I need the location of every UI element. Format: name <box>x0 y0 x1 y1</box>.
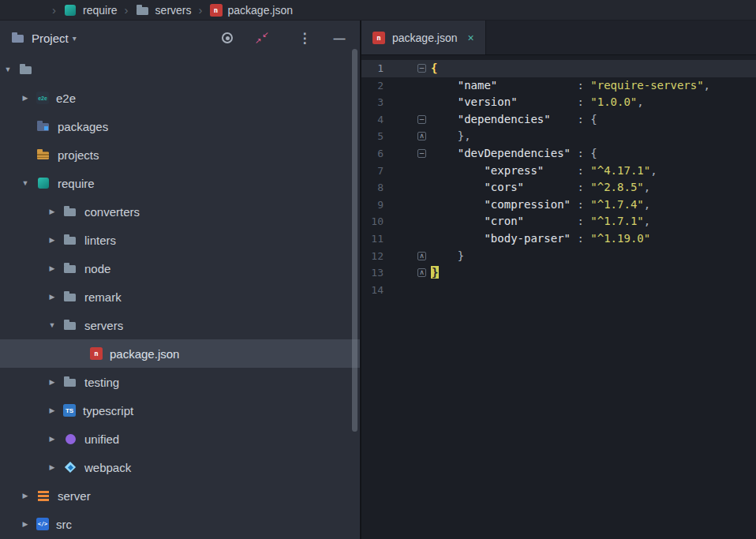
fold-end-icon[interactable]: ∧ <box>417 132 426 140</box>
fold-end-icon[interactable]: ∧ <box>417 268 426 277</box>
ide-window: › require › servers › n package.json Pro… <box>0 0 756 539</box>
tree-item-projects[interactable]: projects <box>0 140 360 169</box>
project-panel: Project ▾ ↙↗ ⋮ — ▼▶e2ee2epackagesproject… <box>0 21 361 539</box>
chevron-down-icon[interactable]: ▼ <box>19 179 32 187</box>
tree-item-e2e[interactable]: ▶e2ee2e <box>0 84 360 112</box>
code-line[interactable]: 2 "name" : "require-servers", <box>361 77 756 95</box>
tree-item-server[interactable]: ▶server <box>0 481 360 510</box>
code-token: , <box>644 215 650 227</box>
tree-item-remark[interactable]: ▶remark <box>0 283 360 311</box>
locate-file-button[interactable] <box>218 28 237 47</box>
code-text[interactable]: }, <box>431 129 471 142</box>
folder-icon <box>63 290 77 304</box>
code-token <box>431 147 458 159</box>
chevron-down-icon[interactable]: ▾ <box>73 34 77 43</box>
code-line[interactable]: 8 "cors" : "^2.8.5", <box>361 179 756 197</box>
code-text[interactable]: } <box>431 266 439 279</box>
tree-item-require[interactable]: ▼require <box>0 169 360 197</box>
code-token: : <box>497 79 590 92</box>
code-text[interactable]: "cron" : "^1.7.1", <box>431 215 650 227</box>
tree-item-package.json[interactable]: npackage.json <box>0 339 360 368</box>
chevron-right-icon[interactable]: ▶ <box>46 435 58 443</box>
code-line[interactable]: 14 <box>361 282 756 299</box>
fold-start-icon[interactable]: − <box>417 149 426 158</box>
code-token: , <box>644 181 650 193</box>
code-token: : { <box>551 113 597 125</box>
code-line[interactable]: 1−{ <box>361 60 756 77</box>
code-text[interactable]: } <box>431 249 464 262</box>
chevron-right-icon[interactable]: ▶ <box>46 293 58 301</box>
close-tab-icon[interactable]: × <box>468 32 474 44</box>
line-number: 4 <box>361 111 384 129</box>
code-line[interactable]: 10 "cron" : "^1.7.1", <box>361 213 756 230</box>
tree-item-label: unified <box>84 432 119 446</box>
breadcrumb-label: package.json <box>228 4 294 17</box>
tree-item-label: testing <box>84 376 119 389</box>
tree-item-label: converters <box>84 205 140 219</box>
code-line[interactable]: 5∧ }, <box>361 128 756 145</box>
chevron-down-icon[interactable]: ▼ <box>2 66 14 73</box>
fold-start-icon[interactable]: − <box>417 64 426 73</box>
require-icon <box>63 3 77 17</box>
breadcrumb-separator: › <box>125 3 129 17</box>
chevron-down-icon[interactable]: ▼ <box>46 321 58 329</box>
chevron-right-icon[interactable]: ▶ <box>46 236 58 244</box>
tree-item-unified[interactable]: ▶unified <box>0 425 360 453</box>
tree-item-label: servers <box>84 319 123 332</box>
code-text[interactable]: "cors" : "^2.8.5", <box>431 181 650 193</box>
chevron-right-icon[interactable]: ▶ <box>46 378 58 386</box>
code-text[interactable]: "version" : "1.0.0", <box>431 95 644 108</box>
code-line[interactable]: 12∧ } <box>361 248 756 265</box>
breadcrumb-separator: › <box>52 3 56 17</box>
code-line[interactable]: 4− "dependencies" : { <box>361 111 756 129</box>
tree-item-node[interactable]: ▶node <box>0 254 360 283</box>
code-text[interactable]: "devDependencies" : { <box>431 147 597 159</box>
code-token: : <box>524 181 590 193</box>
editor-pane: n package.json × 1−{2 "name" : "require-… <box>361 21 756 539</box>
code-token: } <box>431 249 464 262</box>
chevron-right-icon[interactable]: ▶ <box>46 264 58 272</box>
code-line[interactable]: 9 "compression" : "^1.7.4", <box>361 197 756 214</box>
tree-item-webpack[interactable]: ▶webpack <box>0 453 360 481</box>
breadcrumb-item-require[interactable]: require <box>63 3 118 17</box>
code-line[interactable]: 11 "body-parser" : "^1.19.0" <box>361 230 756 248</box>
code-token: : <box>518 95 591 108</box>
fold-end-icon[interactable]: ∧ <box>417 252 426 260</box>
more-options-button[interactable]: ⋮ <box>295 28 314 47</box>
breadcrumb-item-servers[interactable]: servers <box>136 3 192 17</box>
tree-item-linters[interactable]: ▶linters <box>0 226 360 254</box>
code-area[interactable]: 1−{2 "name" : "require-servers",3 "versi… <box>361 55 756 539</box>
folder-icon <box>136 3 150 17</box>
tree-item-src[interactable]: ▶</>src <box>0 510 360 538</box>
tree-scrollbar-thumb[interactable] <box>352 49 357 432</box>
collapse-all-button[interactable]: ↙↗ <box>253 28 271 47</box>
code-line[interactable]: 7 "express" : "^4.17.1", <box>361 163 756 180</box>
code-text[interactable]: "express" : "^4.17.1", <box>431 164 657 177</box>
tree-item-packages[interactable]: packages <box>0 112 360 140</box>
code-line[interactable]: 3 "version" : "1.0.0", <box>361 94 756 111</box>
code-text[interactable]: "compression" : "^1.7.4", <box>431 198 650 211</box>
chevron-right-icon[interactable]: ▶ <box>19 492 32 500</box>
code-token: "body-parser" <box>484 232 571 245</box>
chevron-right-icon[interactable]: ▶ <box>19 94 32 102</box>
code-text[interactable]: "name" : "require-servers", <box>431 79 710 92</box>
chevron-right-icon[interactable]: ▶ <box>46 208 58 215</box>
chevron-right-icon[interactable]: ▶ <box>46 406 58 414</box>
hide-panel-button[interactable]: — <box>330 28 349 47</box>
code-line[interactable]: 13∧} <box>361 264 756 282</box>
chevron-right-icon[interactable]: ▶ <box>46 463 58 471</box>
code-text[interactable]: "body-parser" : "^1.19.0" <box>431 232 650 245</box>
breadcrumb-item-package-json[interactable]: n package.json <box>210 4 294 17</box>
tree-item-testing[interactable]: ▶testing <box>0 368 360 396</box>
tree-item-root[interactable]: ▼ <box>0 55 360 84</box>
code-text[interactable]: "dependencies" : { <box>431 113 597 125</box>
tab-package-json[interactable]: n package.json × <box>361 21 486 54</box>
tree-item-typescript[interactable]: ▶TStypescript <box>0 396 360 425</box>
tree-item-servers[interactable]: ▼servers <box>0 311 360 339</box>
code-line[interactable]: 6− "devDependencies" : { <box>361 145 756 163</box>
fold-start-icon[interactable]: − <box>417 115 426 124</box>
code-text[interactable]: { <box>431 62 437 74</box>
chevron-right-icon[interactable]: ▶ <box>19 520 32 528</box>
folder-projects-icon <box>36 148 51 162</box>
tree-item-converters[interactable]: ▶converters <box>0 197 360 226</box>
